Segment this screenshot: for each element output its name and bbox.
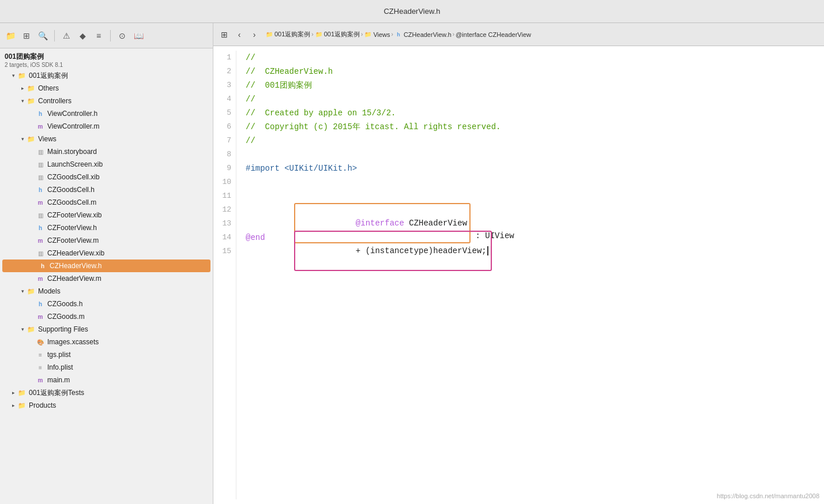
breadcrumb-sep-2: › [361, 31, 363, 37]
tree-item-launchscreen-xib[interactable]: ▥ LaunchScreen.xib [0, 158, 213, 171]
expand-arrow [28, 224, 36, 232]
expand-arrow [28, 313, 36, 321]
h-file-icon: h [36, 299, 45, 309]
expand-arrow [9, 72, 17, 80]
back-button[interactable]: ‹ [233, 28, 246, 41]
tree-item-czfooterview-xib[interactable]: ▥ CZFooterView.xib [0, 209, 213, 221]
tree-item-viewcontroller-m[interactable]: m ViewController.m [0, 120, 213, 133]
line-num-4: 4 [218, 92, 231, 106]
code-line-9: #import <UIKit/UIKit.h> [246, 161, 815, 175]
search-icon[interactable]: 🔍 [37, 30, 48, 42]
m-file-icon: m [36, 375, 45, 385]
expand-arrow [18, 84, 27, 92]
expand-arrow [28, 173, 36, 181]
code-content: // // CZHeaderView.h // 001团购案例 // // Cr… [236, 51, 824, 499]
h-file-icon: h [38, 261, 47, 270]
line-num-10: 10 [218, 175, 231, 189]
expand-arrow [9, 389, 17, 397]
tree-item-label: tgs.plist [47, 351, 71, 359]
expand-arrow [28, 110, 36, 118]
breadcrumb-sep-3: › [392, 31, 393, 37]
breadcrumb-label: 001返购案例 [274, 30, 310, 39]
project-title: 001团购案例 [5, 52, 208, 62]
tree-item-models[interactable]: 📁 Models [0, 285, 213, 298]
m-file-icon: m [36, 274, 45, 283]
breadcrumb-item-4[interactable]: h CZHeaderView.h [394, 31, 451, 39]
tree-item-label: Products [29, 401, 56, 409]
link-icon[interactable]: ⊙ [116, 30, 128, 42]
m-file-icon: m [36, 312, 45, 321]
expand-arrow [28, 122, 36, 130]
table-icon[interactable]: ≡ [93, 30, 104, 42]
tree-item-label: ViewController.h [47, 110, 97, 118]
tree-item-czfooterview-m[interactable]: m CZFooterView.m [0, 234, 213, 247]
project-root: 001团购案例 2 targets, iOS SDK 8.1 [0, 48, 213, 69]
forward-button[interactable]: › [248, 28, 261, 41]
tree-item-czheaderview-xib[interactable]: ▥ CZHeaderView.xib [0, 247, 213, 259]
tree-item-views[interactable]: 📁 Views [0, 133, 213, 145]
tree-item-main-m[interactable]: m main.m [0, 374, 213, 386]
tree-item-label: CZHeaderView.m [47, 274, 101, 283]
line-num-7: 7 [218, 134, 231, 148]
tree-item-label: Models [38, 287, 61, 295]
code-line-11: @interface CZHeaderView : UIView [246, 189, 815, 203]
editor-nav-grid-icon[interactable]: ⊞ [218, 28, 231, 41]
tree-item-czheaderview-m[interactable]: m CZHeaderView.m [0, 272, 213, 285]
code-editor[interactable]: 1 2 3 4 5 6 7 8 9 10 11 12 13 14 15 // /… [213, 46, 824, 504]
tree-item-czgoods-m[interactable]: m CZGoods.m [0, 310, 213, 323]
folder-icon: 📁 [364, 31, 372, 39]
tree-item-products[interactable]: 📁 Products [0, 399, 213, 412]
line-num-15: 15 [218, 245, 231, 258]
code-line-4: // [246, 92, 815, 106]
line-num-8: 8 [218, 148, 231, 161]
tree-item-czgoodscell-h[interactable]: h CZGoodsCell.h [0, 183, 213, 196]
project-subtitle: 2 targets, iOS SDK 8.1 [5, 62, 208, 68]
breadcrumb-item-3[interactable]: 📁 Views [364, 31, 390, 39]
folder-icon: 📁 [27, 134, 36, 144]
tree-item-images-xcassets[interactable]: 🎨 Images.xcassets [0, 336, 213, 348]
breadcrumb-item-2[interactable]: 📁 001返购案例 [315, 30, 360, 39]
code-line-8 [246, 148, 815, 161]
line-num-1: 1 [218, 51, 231, 65]
xib-icon: ▥ [36, 172, 45, 182]
tree-item-tgs-plist[interactable]: ≡ tgs.plist [0, 348, 213, 361]
toolbar-separator-2 [110, 30, 111, 42]
tree-item-root-folder[interactable]: 📁 001返购案例 [0, 69, 213, 82]
tree-item-label: ViewController.m [47, 122, 99, 130]
m-file-icon: m [36, 236, 45, 245]
line-num-11: 11 [218, 189, 231, 203]
tree-item-czgoods-h[interactable]: h CZGoods.h [0, 298, 213, 310]
tree-item-czgoodscell-xib[interactable]: ▥ CZGoodsCell.xib [0, 171, 213, 183]
xib-icon: ▥ [36, 210, 45, 220]
grid-icon[interactable]: ⊞ [21, 30, 32, 42]
folder-icon: 📁 [27, 96, 36, 106]
tree-item-tests[interactable]: 📁 001返购案例Tests [0, 386, 213, 399]
line-num-13: 13 [218, 217, 231, 231]
breadcrumb-item-1[interactable]: 📁 001返购案例 [265, 30, 310, 39]
tree-item-controllers[interactable]: 📁 Controllers [0, 95, 213, 107]
expand-arrow [28, 148, 36, 156]
tree-item-label: CZGoods.m [47, 313, 85, 321]
breadcrumb-item-5[interactable]: @interface CZHeaderView [456, 31, 531, 38]
tree-item-czgoodscell-m[interactable]: m CZGoodsCell.m [0, 196, 213, 209]
diamond-icon[interactable]: ◆ [77, 30, 88, 42]
tree-item-info-plist[interactable]: ≡ Info.plist [0, 361, 213, 374]
tree-item-czheaderview-h[interactable]: h CZHeaderView.h [2, 259, 210, 272]
storyboard-icon: ▥ [36, 147, 45, 156]
tree-item-viewcontroller-h[interactable]: h ViewController.h [0, 107, 213, 120]
expand-arrow [28, 338, 36, 346]
breadcrumb-label: CZHeaderView.h [404, 31, 451, 38]
expand-arrow [30, 262, 38, 270]
tree-item-label: Main.storyboard [47, 148, 97, 156]
book-icon[interactable]: 📖 [133, 30, 144, 42]
folder-icon[interactable]: 📁 [5, 30, 16, 42]
expand-arrow [28, 186, 36, 194]
folder-icon: 📁 [17, 71, 27, 80]
warning-icon[interactable]: ⚠ [61, 30, 72, 42]
tree-item-supporting-files[interactable]: 📁 Supporting Files [0, 323, 213, 336]
tree-item-main-storyboard[interactable]: ▥ Main.storyboard [0, 145, 213, 158]
tree-item-others[interactable]: 📁 Others [0, 82, 213, 95]
tree-item-czfooterview-h[interactable]: h CZFooterView.h [0, 221, 213, 234]
file-tree: 📁 001返购案例 📁 Others 📁 Controllers h ViewC… [0, 69, 213, 412]
tree-item-label: Others [38, 84, 59, 92]
